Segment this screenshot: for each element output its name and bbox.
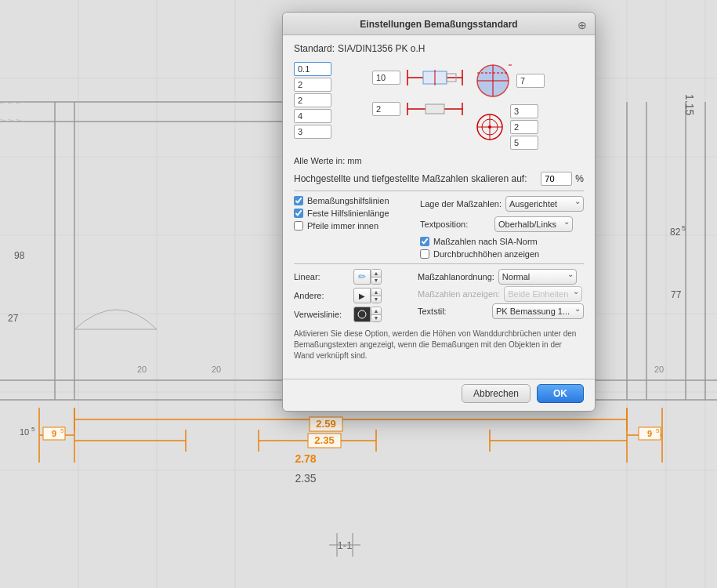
andere-stepper-up[interactable]: ▲ (371, 289, 381, 296)
dim-settings-area (294, 62, 584, 150)
linear-stepper-down[interactable]: ▼ (371, 278, 381, 285)
dim-input-5[interactable] (294, 125, 331, 139)
anzeigen-select-wrapper: Beide Einheiten (504, 286, 582, 302)
checkbox-durchbruch-row: Durchbruchhöhen anzeigen (420, 249, 584, 259)
checkbox-feste[interactable] (294, 209, 303, 218)
masszahl-select[interactable]: Normal (498, 269, 577, 285)
svg-text:20: 20 (212, 365, 221, 374)
verweis-label: Verweislinie: (294, 310, 349, 319)
standard-label: Standard: (294, 43, 335, 54)
svg-point-92 (488, 125, 491, 129)
standard-value: SIA/DIN1356 PK o.H (338, 43, 425, 54)
checkbox-durchbruch[interactable] (420, 249, 429, 259)
dialog-footer: Abbrechen OK (283, 379, 595, 411)
svg-text:98: 98 (14, 250, 25, 261)
svg-text:5: 5 (656, 427, 660, 434)
options-right: Lage der Maßzahlen: Ausgerichtet Textpos… (420, 196, 584, 259)
andere-play-btn[interactable]: ▶ (353, 288, 371, 303)
anzeigen-select[interactable]: Beide Einheiten (504, 286, 582, 302)
svg-point-93 (358, 310, 366, 318)
lage-select[interactable]: Ausgerichtet (505, 196, 584, 212)
dim-mid-input-2[interactable] (372, 102, 400, 116)
svg-text:9: 9 (52, 429, 56, 438)
dim-diagram-svg-top (404, 62, 466, 93)
textstil-select-wrapper: PK Bemassung 1... (492, 303, 584, 319)
options-area: Bemaßungshilfslinien Feste Hilfslinienlä… (294, 196, 584, 259)
andere-stepper-down[interactable]: ▼ (371, 296, 381, 303)
svg-text:20: 20 (137, 365, 147, 374)
dim-diagram-bottom (372, 98, 466, 120)
andere-label: Andere: (294, 291, 349, 300)
checkbox-pfeile[interactable] (294, 221, 303, 230)
verweis-circle-btn[interactable] (353, 307, 371, 322)
dim-diagram-top (372, 62, 466, 93)
svg-text:5: 5 (31, 426, 35, 433)
dialog-titlebar: Einstellungen Bemaßungsstandard ⊕ (283, 13, 595, 35)
controls-right: Maßzahlanordnung: Normal Maßzahlen anzei… (418, 269, 584, 325)
circle-diagram-large (474, 62, 512, 100)
textstil-select[interactable]: PK Bemassung 1... (492, 303, 584, 319)
svg-text:5: 5 (60, 427, 64, 434)
svg-text:9: 9 (647, 429, 652, 438)
circle-row-top (474, 62, 545, 100)
dim-middle-diagram (372, 62, 466, 150)
scale-unit: % (575, 173, 584, 184)
dim-input-1[interactable] (294, 62, 331, 76)
verweis-stepper-down[interactable]: ▼ (371, 315, 381, 322)
andere-combo: ▶ ▲ ▼ (353, 288, 382, 303)
linear-stepper-up[interactable]: ▲ (371, 270, 381, 278)
masszahl-label: Maßzahlanordnung: (418, 272, 494, 281)
andere-stepper[interactable]: ▲ ▼ (371, 288, 382, 303)
svg-rect-82 (425, 104, 444, 114)
dim-left-inputs (294, 62, 364, 150)
dim-diagram-svg-bottom (404, 98, 466, 120)
svg-text:5: 5 (682, 224, 686, 232)
checkbox-bemassung-label: Bemaßungshilfslinien (307, 196, 389, 205)
dim-right-input-3[interactable] (510, 120, 538, 134)
dim-input-2[interactable] (294, 78, 331, 92)
textstil-label: Textstil: (418, 307, 488, 316)
ok-button[interactable]: OK (537, 384, 584, 403)
textstil-row: Textstil: PK Bemassung 1... (418, 303, 584, 319)
separator-1 (294, 191, 584, 191)
linear-row: Linear: ✏ ▲ ▼ (294, 269, 418, 285)
scale-input[interactable] (541, 172, 572, 186)
scale-label: Hochgestellte und tiefgestellte Maßzahle… (294, 173, 538, 184)
masszahl-row: Maßzahlanordnung: Normal (418, 269, 584, 285)
linear-pencil-btn[interactable]: ✏ (353, 269, 371, 285)
controls-area: Linear: ✏ ▲ ▼ Andere: ▶ ▲ (294, 269, 584, 325)
verweis-combo: ▲ ▼ (353, 307, 382, 322)
verweis-stepper[interactable]: ▲ ▼ (371, 307, 382, 322)
checkbox-bemassung[interactable] (294, 196, 303, 205)
dim-input-4[interactable] (294, 109, 331, 123)
svg-text:10: 10 (20, 427, 29, 437)
checkbox-masszahlen[interactable] (420, 237, 429, 246)
separator-2 (294, 263, 584, 264)
dim-right-input-1[interactable] (516, 74, 545, 88)
dim-right-input-2[interactable] (510, 104, 538, 118)
svg-text:77: 77 (671, 289, 682, 300)
circle-icon (357, 310, 367, 319)
textpos-row: Textposition: Oberhalb/Links (420, 216, 584, 232)
circle-diagram-small (474, 111, 505, 143)
svg-text:2.35: 2.35 (314, 434, 334, 446)
svg-text:27: 27 (8, 313, 19, 324)
circle-row-bottom (474, 104, 538, 150)
svg-text:2.35: 2.35 (295, 472, 316, 485)
textpos-select-wrapper: Oberhalb/Links (494, 216, 573, 232)
dim-mid-input-1[interactable] (372, 71, 400, 85)
checkbox-pfeile-label: Pfeile immer innen (307, 221, 378, 230)
anzeigen-row: Maßzahlen anzeigen: Beide Einheiten (418, 286, 584, 302)
linear-combo: ✏ ▲ ▼ (353, 269, 382, 285)
lage-row: Lage der Maßzahlen: Ausgerichtet (420, 196, 584, 212)
dim-right-input-4[interactable] (510, 136, 538, 150)
units-label: Alle Werte in: mm (294, 156, 362, 165)
linear-stepper[interactable]: ▲ ▼ (371, 269, 382, 285)
cancel-button[interactable]: Abbrechen (462, 384, 531, 403)
verweis-stepper-up[interactable]: ▲ (371, 307, 381, 315)
andere-row: Andere: ▶ ▲ ▼ (294, 288, 418, 303)
circle-values-top (516, 74, 545, 88)
dim-input-3[interactable] (294, 93, 331, 107)
controls-left: Linear: ✏ ▲ ▼ Andere: ▶ ▲ (294, 269, 418, 325)
textpos-select[interactable]: Oberhalb/Links (494, 216, 573, 232)
